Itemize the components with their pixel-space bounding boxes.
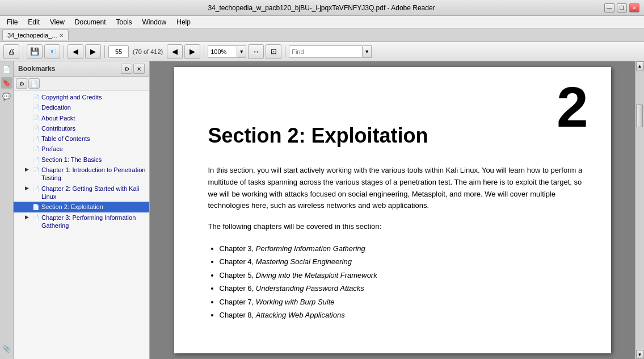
bookmark-item-preface[interactable]: 📄 Preface: [14, 144, 149, 154]
forward-button[interactable]: ▶: [85, 44, 101, 59]
bookmark-list: 📄 Copyright and Credits 📄 Dedication 📄 A…: [14, 91, 149, 359]
bookmark-icon-chapter2: 📄: [32, 185, 40, 193]
page-info: (70 of 412): [131, 48, 165, 55]
bookmark-label-copyright: Copyright and Credits: [41, 93, 147, 101]
bookmark-icon-toc: 📄: [32, 135, 40, 143]
list-item: Chapter 7, Working with Burp Suite: [220, 295, 583, 308]
toolbar: 🖨 💾 📧 ◀ ▶ (70 of 412) ◀ ▶ ▼ ↔ ⊡ ▼: [0, 42, 644, 61]
bookmark-item-aboutpackt[interactable]: 📄 About Packt: [14, 113, 149, 123]
chapter-title-3: Performing Information Gathering: [256, 244, 365, 253]
bookmark-label-dedication: Dedication: [41, 103, 147, 111]
menu-document[interactable]: Document: [70, 17, 111, 27]
next-page-button[interactable]: ▶: [184, 44, 200, 59]
sidebar-icons: 📄 🔖 💬 📎: [0, 61, 14, 359]
bookmark-icon-chapter3: 📄: [32, 214, 40, 222]
minimize-button[interactable]: —: [604, 3, 614, 12]
email-button[interactable]: 📧: [44, 44, 60, 59]
sidebar-icon-pages[interactable]: 📄: [1, 64, 12, 75]
bookmark-expand-button[interactable]: ⚙: [16, 78, 27, 89]
chapter-list: Chapter 3, Performing Information Gather…: [220, 242, 583, 322]
bookmark-label-contributors: Contributors: [41, 124, 147, 132]
bookmark-icon-preface: 📄: [32, 145, 40, 153]
chapter-title-4: Mastering Social Engineering: [256, 257, 352, 266]
bookmark-item-contributors[interactable]: 📄 Contributors: [14, 123, 149, 133]
bookmark-item-chapter1[interactable]: ▶ 📄 Chapter 1: Introduction to Penetrati…: [14, 165, 149, 183]
fit-width-button[interactable]: ↔: [248, 44, 264, 59]
sidebar-icon-bookmarks[interactable]: 🔖: [1, 77, 12, 89]
bookmark-item-dedication[interactable]: 📄 Dedication: [14, 102, 149, 112]
chapter-title-7: Working with Burp Suite: [256, 298, 335, 306]
bookmark-item-toc[interactable]: 📄 Table of Contents: [14, 133, 149, 144]
toolbar-separator-5: [285, 45, 285, 58]
scroll-thumb[interactable]: [636, 105, 643, 127]
bookmark-icon-contributors: 📄: [32, 125, 40, 132]
zoom-input[interactable]: [208, 45, 237, 58]
list-item: Chapter 6, Understanding Password Attack…: [220, 282, 583, 295]
bookmark-icon-dedication: 📄: [32, 104, 40, 111]
list-item: Chapter 4, Mastering Social Engineering: [220, 255, 583, 268]
bookmark-icon-chapter1: 📄: [32, 166, 40, 174]
pdf-area: 2 Section 2: Exploitation In this sectio…: [150, 61, 635, 359]
tab-label: 34_techopedia_...: [7, 32, 57, 39]
close-button[interactable]: ✕: [629, 3, 639, 12]
bookmark-item-copyright[interactable]: 📄 Copyright and Credits: [14, 92, 149, 102]
sidebar-icon-attachments[interactable]: 📎: [1, 343, 12, 354]
toolbar-separator-1: [23, 45, 23, 58]
menu-help[interactable]: Help: [172, 17, 195, 27]
bookmark-item-section1[interactable]: 📄 Section 1: The Basics: [14, 155, 149, 165]
section-title: Section 2: Exploitation: [208, 124, 583, 148]
menu-edit[interactable]: Edit: [23, 17, 44, 27]
find-group: ▼: [289, 45, 372, 58]
bookmark-icon-section2: 📄: [32, 203, 40, 211]
bookmark-label-chapter3: Chapter 3: Performing Information Gather…: [41, 214, 147, 230]
zoom-group: ▼: [208, 45, 246, 58]
bookmark-panel-close-button[interactable]: ✕: [133, 64, 145, 74]
find-input[interactable]: [289, 45, 363, 58]
restore-button[interactable]: ❐: [617, 3, 627, 12]
find-dropdown-button[interactable]: ▼: [363, 45, 372, 58]
menu-tools[interactable]: Tools: [112, 17, 137, 27]
bookmark-options-button[interactable]: ⚙: [121, 64, 132, 74]
document-tab[interactable]: 34_techopedia_... ✕: [2, 30, 69, 40]
back-button[interactable]: ◀: [68, 44, 83, 59]
page-number-input[interactable]: [108, 45, 129, 58]
bookmark-item-chapter3[interactable]: ▶ 📄 Chapter 3: Performing Information Ga…: [14, 212, 149, 231]
expand-icon-chapter3: ▶: [23, 214, 31, 221]
expand-icon-chapter1: ▶: [23, 166, 31, 173]
chapter-title-6: Understanding Password Attacks: [256, 284, 364, 293]
menu-bar: File Edit View Document Tools Window Hel…: [0, 16, 644, 28]
bookmark-label-chapter1: Chapter 1: Introduction to Penetration T…: [41, 166, 147, 182]
scroll-down-button[interactable]: ▼: [636, 350, 644, 359]
toolbar-separator-2: [64, 45, 64, 58]
print-button[interactable]: 🖨: [3, 44, 19, 59]
pdf-scrollbar: ▲ ▼: [635, 61, 644, 359]
bookmark-label-chapter2: Chapter 2: Getting Started with Kali Lin…: [41, 185, 147, 201]
chapter-title-8: Attacking Web Applications: [256, 311, 345, 319]
menu-window[interactable]: Window: [138, 17, 171, 27]
toolbar-separator-3: [104, 45, 105, 58]
pdf-page: 2 Section 2: Exploitation In this sectio…: [174, 67, 611, 353]
bookmark-item-chapter2[interactable]: ▶ 📄 Chapter 2: Getting Started with Kali…: [14, 183, 149, 202]
bookmark-label-toc: Table of Contents: [41, 135, 147, 143]
bookmark-icon-section1: 📄: [32, 156, 40, 164]
bookmark-label-section2: Section 2: Exploitation: [41, 203, 147, 211]
tab-close-button[interactable]: ✕: [59, 32, 64, 39]
scroll-track[interactable]: [635, 70, 644, 350]
sidebar-icon-comments[interactable]: 💬: [1, 91, 12, 102]
expand-icon-chapter2: ▶: [23, 185, 31, 192]
save-button[interactable]: 💾: [27, 44, 43, 59]
body-text-1: In this section, you will start actively…: [208, 165, 583, 212]
prev-page-button[interactable]: ◀: [167, 44, 183, 59]
bookmark-item-section2[interactable]: 📄 Section 2: Exploitation: [14, 202, 149, 212]
bookmark-toolbar: ⚙ 📄: [14, 77, 149, 91]
menu-file[interactable]: File: [2, 17, 22, 27]
bookmark-label-aboutpackt: About Packt: [41, 114, 147, 122]
bookmark-label-preface: Preface: [41, 145, 147, 153]
scroll-up-button[interactable]: ▲: [636, 61, 644, 70]
zoom-dropdown-button[interactable]: ▼: [237, 45, 246, 58]
menu-view[interactable]: View: [45, 17, 69, 27]
bookmark-add-button[interactable]: 📄: [28, 78, 40, 89]
fit-page-button[interactable]: ⊡: [266, 44, 281, 59]
bookmark-panel: Bookmarks ⚙ ✕ ⚙ 📄 📄 Copyright and Credit…: [14, 61, 150, 359]
list-item: Chapter 8, Attacking Web Applications: [220, 308, 583, 322]
